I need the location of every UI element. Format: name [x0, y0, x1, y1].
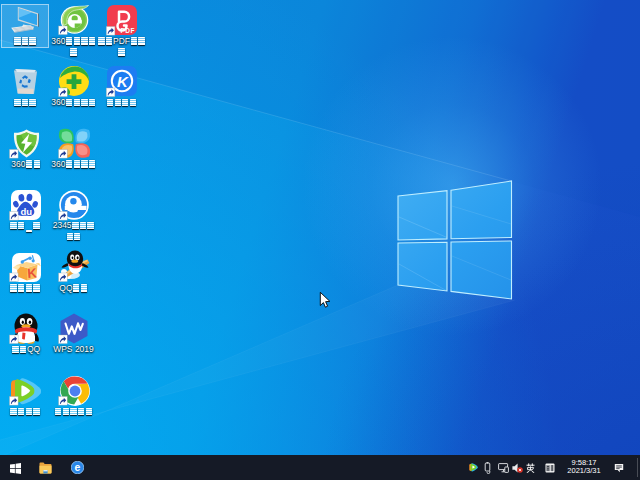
- svg-text:e: e: [75, 462, 81, 474]
